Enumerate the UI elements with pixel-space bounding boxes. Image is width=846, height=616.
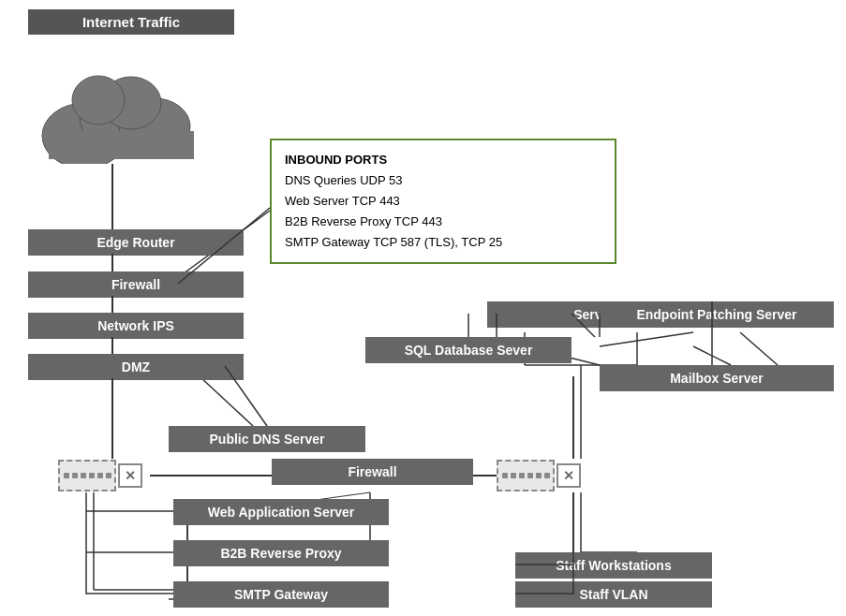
- network-diagram: Internet Traffic INBOUND PORTS DNS Queri…: [0, 0, 846, 616]
- svg-line-21: [600, 332, 693, 346]
- firewall-top-box: Firewall: [28, 271, 244, 298]
- sql-db-box: SQL Database Sever: [365, 337, 571, 363]
- svg-line-27: [740, 332, 778, 365]
- svg-point-32: [72, 76, 125, 125]
- network-ips-box: Network IPS: [28, 313, 244, 339]
- dmz-box: DMZ: [28, 354, 244, 380]
- inbound-ports-box: INBOUND PORTS DNS Queries UDP 53 Web Ser…: [270, 139, 616, 264]
- left-switch: ✕: [58, 459, 152, 492]
- internet-traffic-label: Internet Traffic: [28, 9, 234, 35]
- firewall-mid-box: Firewall: [272, 459, 473, 485]
- dns-query-line: DNS Queries UDP 53: [285, 170, 601, 191]
- inbound-ports-title: INBOUND PORTS: [285, 150, 601, 170]
- right-switch: ✕: [497, 459, 590, 492]
- staff-workstations-box: Staff Workstations: [515, 552, 712, 579]
- smtp-gateway-line: SMTP Gateway TCP 587 (TLS), TCP 25: [285, 232, 601, 253]
- public-dns-box: Public DNS Server: [169, 426, 365, 452]
- web-server-line: Web Server TCP 443: [285, 191, 601, 212]
- endpoint-patching-box: Endpoint Patching Server: [600, 301, 834, 328]
- svg-rect-33: [49, 131, 194, 159]
- svg-line-22: [693, 346, 731, 365]
- edge-router-box: Edge Router: [28, 229, 244, 256]
- mailbox-server-box: Mailbox Server: [600, 365, 834, 391]
- staff-vlan-box: Staff VLAN: [515, 581, 712, 608]
- cloud-icon: [28, 33, 206, 164]
- web-app-server-box: Web Application Server: [173, 499, 389, 525]
- smtp-gateway-box: SMTP Gateway: [173, 581, 389, 608]
- b2b-proxy-line: B2B Reverse Proxy TCP 443: [285, 212, 601, 232]
- b2b-proxy-box: B2B Reverse Proxy: [173, 540, 389, 566]
